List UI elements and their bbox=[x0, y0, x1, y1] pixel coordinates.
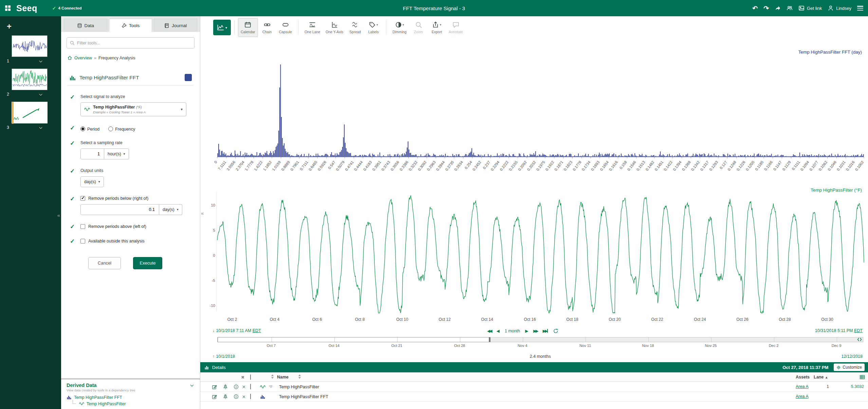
redo-icon[interactable]: ↷ bbox=[763, 5, 769, 12]
toolbar-button-annotate[interactable]: Annotate bbox=[446, 18, 466, 37]
chevron-down-icon[interactable] bbox=[189, 383, 195, 388]
remove-below-checkbox-row[interactable]: Remove periods below (right of) bbox=[80, 196, 200, 201]
duration-label[interactable]: 1 month bbox=[505, 329, 520, 333]
worksheet-item-3[interactable]: 3 bbox=[0, 102, 61, 131]
trend-view-button[interactable]: ▾ bbox=[213, 20, 231, 35]
toolbar-button-zoom[interactable]: Zoom bbox=[409, 18, 428, 37]
step-back-icon[interactable]: ◀ bbox=[496, 329, 499, 333]
radio-period[interactable]: Period bbox=[80, 126, 99, 132]
new-worksheet-button[interactable]: + bbox=[5, 22, 14, 31]
toolbar-button-one-lane[interactable]: One Lane bbox=[302, 18, 323, 37]
filter-tools-input[interactable] bbox=[67, 37, 195, 48]
assets-column-header[interactable]: Assets bbox=[796, 375, 810, 379]
users-icon[interactable] bbox=[787, 5, 793, 11]
checkbox-icon[interactable] bbox=[80, 224, 85, 229]
execute-button[interactable]: Execute bbox=[133, 257, 162, 269]
chevron-down-icon[interactable] bbox=[38, 125, 43, 130]
remove-below-unit-dropdown[interactable]: day(s)▾ bbox=[159, 204, 182, 215]
timeline-zoom-icon[interactable] bbox=[857, 337, 862, 342]
details-row-temp-highpassfilter[interactable]: °F Temp HighPassFilter Area A 1 5.3032 bbox=[200, 382, 868, 392]
table-grid-icon[interactable] bbox=[860, 374, 865, 380]
hamburger-menu-icon[interactable] bbox=[857, 6, 863, 11]
toolbar-button-capsule[interactable]: Capsule bbox=[276, 18, 295, 37]
available-outside-checkbox-row[interactable]: Available outside this analysis bbox=[80, 238, 200, 244]
item-asset-link[interactable]: Area A bbox=[796, 394, 809, 399]
output-unit-dropdown[interactable]: day(s)▾ bbox=[80, 176, 104, 187]
item-name[interactable]: Temp HighPassFilter bbox=[279, 384, 319, 389]
chevron-down-icon[interactable] bbox=[38, 92, 43, 97]
remove-below-input[interactable] bbox=[80, 204, 159, 215]
checkbox-icon[interactable] bbox=[80, 239, 85, 244]
rocket-button[interactable] bbox=[223, 394, 228, 400]
user-icon[interactable] bbox=[828, 5, 834, 11]
trend-chart[interactable]: 1050-5-10Oct 2Oct 4Oct 6Oct 8Oct 10Oct 1… bbox=[200, 178, 868, 328]
range-start[interactable]: ↓10/1/2018 7:11 AM EDT bbox=[213, 328, 261, 333]
refresh-icon[interactable] bbox=[553, 328, 558, 334]
item-asset-link[interactable]: Area A bbox=[796, 384, 809, 389]
sampling-rate-input[interactable] bbox=[80, 149, 104, 159]
skip-forward-icon[interactable]: ▶▶ bbox=[533, 329, 537, 333]
worksheet-thumbnail[interactable] bbox=[12, 69, 48, 90]
remove-item-button[interactable] bbox=[242, 394, 246, 399]
row-checkbox[interactable] bbox=[250, 384, 251, 389]
share-forward-icon[interactable] bbox=[775, 5, 781, 11]
edit-properties-button[interactable] bbox=[212, 394, 217, 400]
collapse-tools-panel-icon[interactable]: « bbox=[201, 210, 204, 216]
toolbar-button-calendar[interactable]: Calendar bbox=[238, 18, 258, 37]
skip-back-icon[interactable]: ◀◀ bbox=[487, 329, 491, 333]
worksheet-thumbnail[interactable] bbox=[12, 35, 48, 57]
edit-properties-button[interactable] bbox=[212, 384, 217, 390]
connection-status[interactable]: ✓ 4 Connected bbox=[52, 5, 82, 11]
checkbox-checked-icon[interactable] bbox=[80, 196, 85, 201]
cancel-button[interactable]: Cancel bbox=[88, 257, 121, 269]
worksheet-thumbnail[interactable] bbox=[12, 102, 48, 123]
tab-tools[interactable]: Tools bbox=[109, 19, 152, 32]
sort-icon[interactable] bbox=[271, 374, 274, 380]
rocket-button[interactable] bbox=[223, 384, 228, 390]
jump-to-end-icon[interactable]: ▶▶ bbox=[543, 329, 548, 333]
undo-icon[interactable]: ↶ bbox=[752, 5, 758, 12]
investigate-end[interactable]: 12/12/2018 bbox=[841, 354, 863, 359]
toolbar-button-one-y-axis[interactable]: One Y-Axis bbox=[323, 18, 346, 37]
signal-select-dropdown[interactable]: Temp HighPassFilter (°F) Example » Cooli… bbox=[80, 102, 186, 116]
tab-journal[interactable]: Journal bbox=[154, 19, 197, 32]
get-link-button[interactable]: Get link bbox=[807, 6, 822, 11]
item-info-button[interactable] bbox=[234, 394, 239, 399]
image-icon[interactable] bbox=[798, 5, 805, 11]
row-checkbox[interactable] bbox=[250, 394, 251, 399]
toolbar-button-export[interactable]: ▾ Export bbox=[428, 18, 446, 37]
tab-data[interactable]: Data bbox=[64, 19, 107, 32]
customize-button[interactable]: Customize bbox=[834, 364, 865, 371]
timeline-selected-region[interactable] bbox=[218, 337, 491, 342]
name-column-header[interactable]: Name bbox=[277, 375, 289, 379]
remove-above-checkbox-row[interactable]: Remove periods above (left of) bbox=[80, 224, 200, 230]
toolbar-button-spread[interactable]: Spread bbox=[346, 18, 364, 37]
breadcrumb-overview-link[interactable]: Overview bbox=[74, 56, 92, 60]
user-name[interactable]: Lindsey bbox=[836, 6, 851, 11]
derived-item-link[interactable]: Temp HighPassFilter bbox=[87, 402, 126, 406]
signal-color-swatch[interactable] bbox=[185, 74, 192, 81]
item-name[interactable]: Temp HighPassFilter FFT bbox=[279, 394, 328, 399]
worksheet-item-1[interactable]: 1 bbox=[0, 35, 61, 64]
worksheet-item-2[interactable]: 2 bbox=[0, 69, 61, 98]
sort-icon[interactable] bbox=[298, 374, 301, 380]
collapse-worksheets-icon[interactable]: « bbox=[57, 212, 60, 218]
chevron-down-icon[interactable] bbox=[38, 58, 43, 64]
toolbar-button-labels[interactable]: ▾ Labels bbox=[364, 18, 383, 37]
toolbar-button-dimming[interactable]: ▾ Dimming bbox=[390, 18, 409, 37]
app-grid-icon[interactable] bbox=[5, 5, 11, 11]
derived-item-link[interactable]: Temp HighPassFilter FFT bbox=[74, 395, 122, 400]
toolbar-button-chain[interactable]: Chain bbox=[258, 18, 276, 37]
details-row-temp-highpassfilter-fft[interactable]: Temp HighPassFilter FFT Area A bbox=[200, 392, 868, 402]
step-forward-icon[interactable]: ▶ bbox=[525, 329, 528, 333]
range-end[interactable]: 10/31/2018 5:11 PM EDT bbox=[815, 328, 863, 333]
timeline-track[interactable] bbox=[217, 337, 863, 342]
lane-column-header[interactable]: Lane ▲ bbox=[814, 375, 828, 379]
fft-chart[interactable]: 07.11113.55562.37041.77781.42221.18521.0… bbox=[200, 36, 868, 178]
sampling-unit-dropdown[interactable]: hour(s)▾ bbox=[104, 149, 129, 159]
select-all-checkbox[interactable] bbox=[250, 375, 251, 379]
seeq-logo[interactable]: Seeq bbox=[16, 3, 37, 13]
item-info-button[interactable] bbox=[234, 384, 239, 389]
remove-item-button[interactable] bbox=[242, 384, 246, 389]
radio-frequency[interactable]: Frequency bbox=[108, 126, 135, 132]
